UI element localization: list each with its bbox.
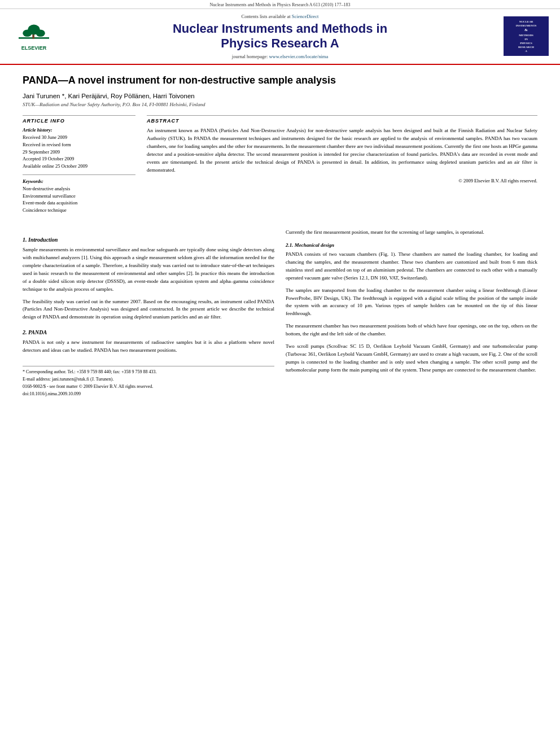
elsevier-tree-logo	[14, 22, 54, 47]
journal-homepage: journal homepage: www.elsevier.com/locat…	[68, 54, 492, 59]
section1-para1: Sample measurements in environmental sur…	[23, 246, 274, 294]
section1-heading: 1. Introduction	[23, 237, 274, 243]
accepted-date: Accepted 19 October 2009	[23, 155, 135, 163]
section2-heading: 2. PANDA	[23, 329, 274, 335]
revised-label: Received in revised form	[23, 141, 135, 148]
abstract-section: ABSTRACT An instrument known as PANDA (P…	[147, 115, 537, 219]
section2-para1: PANDA is not only a new instrument for m…	[23, 339, 274, 355]
article-history: Article history: Received 30 June 2009 R…	[23, 127, 135, 170]
footnote-issn: 0168-9002/$ - see front matter © 2009 El…	[23, 383, 274, 391]
footnotes: * Corresponding author. Tel.: +358 9 759…	[23, 366, 274, 397]
mech-para3: The measurement chamber has two measurem…	[286, 322, 537, 338]
abstract-label: ABSTRACT	[147, 118, 537, 124]
body-left-col: 1. Introduction Sample measurements in e…	[23, 229, 274, 398]
article-info-abstract: ARTICLE INFO Article history: Received 3…	[23, 115, 537, 219]
svg-point-4	[36, 29, 45, 37]
copyright: © 2009 Elsevier B.V. All rights reserved…	[147, 178, 537, 184]
right-intro: Currently the first measurement position…	[286, 229, 537, 237]
keyword-1: Non-destructive analysis	[23, 185, 135, 193]
top-bar: Nuclear Instruments and Methods in Physi…	[0, 0, 560, 9]
section1-para2: The feasibility study was carried out in…	[23, 298, 274, 322]
journal-title: Nuclear Instruments and Methods in Physi…	[68, 21, 492, 51]
mech-para2: The samples are transported from the loa…	[286, 287, 537, 318]
authors: Jani Turunen *, Kari Peräjärvi, Roy Pöll…	[23, 93, 537, 99]
section1-number: 1. Introduction	[23, 237, 58, 243]
article-info: ARTICLE INFO Article history: Received 3…	[23, 115, 135, 219]
journal-header: ELSEVIER Contents lists available at Sci…	[0, 9, 560, 65]
svg-point-3	[23, 29, 32, 37]
body-right-col: Currently the first measurement position…	[286, 229, 537, 398]
keyword-3: Event-mode data acquisition	[23, 199, 135, 207]
article-info-label: ARTICLE INFO	[23, 118, 135, 124]
contents-available: Contents lists available at ScienceDirec…	[68, 14, 492, 19]
abstract-text: An instrument known as PANDA (Particles …	[147, 127, 537, 174]
mech-para1: PANDA consists of two vacuum chambers (F…	[286, 251, 537, 282]
subsection2-1-heading: 2.1. Mechanical design	[286, 242, 537, 248]
journal-logo-right: NUCLEAR INSTRUMENTS & METHODS IN PHYSICS…	[504, 16, 549, 56]
body-content: 1. Introduction Sample measurements in e…	[23, 229, 537, 398]
homepage-url[interactable]: www.elsevier.com/locate/nima	[269, 54, 328, 59]
keyword-2: Environmental surveillance	[23, 193, 135, 200]
keywords-label: Keywords:	[23, 178, 135, 184]
journal-center: Contents lists available at ScienceDirec…	[56, 14, 504, 59]
footnote-corresponding: * Corresponding author. Tel.: +358 9 759…	[23, 369, 274, 376]
elsevier-logo-section: ELSEVIER	[11, 22, 56, 51]
sciencedirect-link[interactable]: ScienceDirect	[292, 14, 319, 19]
info-divider	[23, 174, 135, 175]
footnote-email: E-mail address: jani.turunen@stuk.fi (J.…	[23, 376, 274, 383]
affiliation: STUK—Radiation and Nuclear Safety Author…	[23, 102, 537, 107]
available-date: Available online 25 October 2009	[23, 163, 135, 170]
history-label: Article history:	[23, 127, 135, 133]
main-content: PANDA—A novel instrument for non-destruc…	[0, 65, 560, 409]
keyword-4: Coincidence technique	[23, 207, 135, 214]
revised-date: 29 September 2009	[23, 148, 135, 156]
article-title: PANDA—A novel instrument for non-destruc…	[23, 74, 537, 87]
received-date: Received 30 June 2009	[23, 134, 135, 141]
mech-para4: Two scroll pumps (Scrollvac SC 15 D, Oer…	[286, 343, 537, 374]
footnote-doi: doi:10.1016/j.nima.2009.10.099	[23, 391, 274, 398]
keywords-group: Keywords: Non-destructive analysis Envir…	[23, 178, 135, 214]
journal-citation: Nuclear Instruments and Methods in Physi…	[210, 2, 351, 7]
